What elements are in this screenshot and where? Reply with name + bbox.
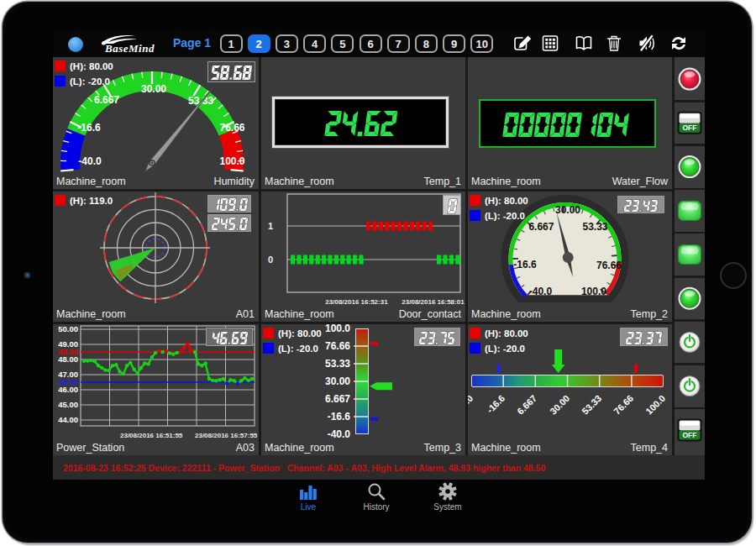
svg-text:30.00: 30.00 [555,204,580,216]
svg-text:6.667: 6.667 [325,393,350,405]
svg-text:0: 0 [268,255,273,265]
svg-text:-40.0: -40.0 [529,286,553,297]
svg-text:-16.6: -16.6 [77,122,101,134]
svg-text:53.33: 53.33 [325,358,350,370]
svg-text:-16.6: -16.6 [328,411,351,423]
svg-text:-16.6: -16.6 [513,259,537,270]
svg-text:44.00: 44.00 [58,415,78,424]
svg-text:46.00: 46.00 [58,385,78,394]
svg-text:76.66: 76.66 [596,260,622,271]
svg-text:-40.0: -40.0 [78,155,102,167]
svg-text:OFF: OFF [683,123,697,132]
svg-text:6.667: 6.667 [94,94,119,106]
svg-text:-40.0: -40.0 [328,428,351,440]
svg-text:53.33: 53.33 [188,95,213,107]
svg-text:1: 1 [268,221,273,231]
svg-text:100.0: 100.0 [219,155,244,167]
svg-text:45.00: 45.00 [58,400,78,409]
svg-text:53.33: 53.33 [582,221,607,233]
svg-text:6.667: 6.667 [528,221,554,233]
svg-text:76.66: 76.66 [219,122,244,134]
svg-text:100.0: 100.0 [581,286,606,297]
svg-text:30.00: 30.00 [141,83,166,95]
svg-text:50.00: 50.00 [58,324,78,333]
svg-text:100.0: 100.0 [325,324,350,334]
svg-text:48.00: 48.00 [58,354,78,364]
svg-text:OFF: OFF [683,431,697,439]
svg-text:76.66: 76.66 [325,340,350,352]
svg-text:30.00: 30.00 [325,375,350,387]
